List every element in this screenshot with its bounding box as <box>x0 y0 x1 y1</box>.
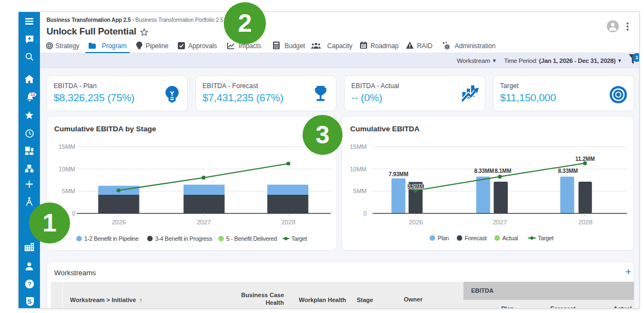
svg-text:15MM: 15MM <box>350 143 367 150</box>
svg-text:1-2 Benefit in Pipeline: 1-2 Benefit in Pipeline <box>84 235 139 242</box>
svg-text:5.2MM: 5.2MM <box>407 184 424 190</box>
svg-text:7.93MM: 7.93MM <box>388 171 408 177</box>
svg-text:8.33MM: 8.33MM <box>474 168 494 174</box>
svg-text:8.33MM: 8.33MM <box>558 168 578 174</box>
svg-text:11.2MM: 11.2MM <box>575 156 595 162</box>
svg-text:5MM: 5MM <box>353 188 367 194</box>
svg-text:5MM: 5MM <box>62 188 75 194</box>
svg-text:S: S <box>27 298 32 305</box>
svg-text:0: 0 <box>363 210 367 217</box>
svg-text:2027: 2027 <box>197 219 211 225</box>
svg-text:?: ? <box>28 281 32 287</box>
svg-text:10MM: 10MM <box>59 166 76 172</box>
svg-text:2026: 2026 <box>409 219 423 225</box>
svg-text:Target: Target <box>292 235 308 242</box>
svg-text:2028: 2028 <box>281 219 295 225</box>
svg-text:2028: 2028 <box>578 219 593 225</box>
svg-text:2026: 2026 <box>112 219 126 225</box>
svg-text:Target: Target <box>538 235 554 241</box>
svg-text:8.1MM: 8.1MM <box>495 168 512 174</box>
svg-text:0: 0 <box>72 210 75 217</box>
svg-text:2027: 2027 <box>493 219 507 225</box>
svg-text:Forecast: Forecast <box>465 235 486 241</box>
svg-text:12: 12 <box>31 92 35 97</box>
svg-text:10MM: 10MM <box>350 166 367 172</box>
svg-text:3-4 Benefit in Progress: 3-4 Benefit in Progress <box>155 235 213 242</box>
svg-text:5 - Benefit Delivered: 5 - Benefit Delivered <box>227 235 277 242</box>
svg-text:Plan: Plan <box>438 235 449 241</box>
svg-text:Actual: Actual <box>502 235 518 241</box>
svg-text:15MM: 15MM <box>59 143 76 150</box>
